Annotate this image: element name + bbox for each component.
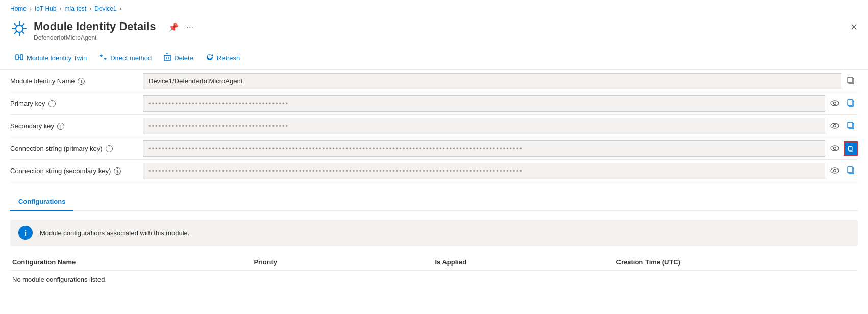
module-identity-name-input[interactable]: [143, 73, 841, 89]
config-tabs: Configurations: [10, 192, 858, 211]
config-table-header: Configuration Name Priority Is Applied C…: [10, 254, 858, 271]
configurations-tab[interactable]: Configurations: [10, 192, 73, 211]
copy-connection-string-secondary-button[interactable]: [844, 164, 858, 178]
copy-connection-string-primary-button[interactable]: [844, 141, 858, 156]
header-actions: 📌 ···: [166, 21, 195, 33]
col-priority: Priority: [254, 258, 435, 266]
connection-string-secondary-value: ••••••••••••••••••••••••••••••••••••••••…: [143, 163, 858, 179]
connection-string-primary-masked: ••••••••••••••••••••••••••••••••••••••••…: [143, 140, 825, 157]
show-connection-string-primary-button[interactable]: [827, 142, 842, 155]
show-primary-key-button[interactable]: [827, 97, 842, 110]
module-identity-name-row: Module Identity Name i: [10, 70, 858, 92]
module-identity-twin-label: Module Identity Twin: [27, 54, 87, 62]
secondary-key-actions: [827, 119, 858, 133]
connection-string-primary-row: Connection string (primary key) i ••••••…: [10, 137, 858, 160]
delete-icon: [164, 53, 171, 63]
copy-module-identity-name-button[interactable]: [844, 74, 858, 88]
page-title: Module Identity Details 📌 ···: [34, 19, 858, 33]
svg-point-27: [831, 146, 839, 151]
module-identity-name-info-icon[interactable]: i: [78, 78, 85, 85]
svg-point-31: [831, 168, 839, 173]
connection-string-primary-label: Connection string (primary key) i: [10, 139, 143, 157]
connection-string-secondary-label: Connection string (secondary key) i: [10, 162, 143, 180]
primary-key-masked: ••••••••••••••••••••••••••••••••••••••••…: [143, 95, 825, 112]
svg-rect-22: [848, 100, 853, 105]
connection-string-primary-actions: [827, 141, 858, 156]
config-table: Configuration Name Priority Is Applied C…: [10, 254, 858, 288]
primary-key-row: Primary key i ••••••••••••••••••••••••••…: [10, 92, 858, 115]
svg-point-32: [834, 169, 836, 172]
delete-button[interactable]: Delete: [159, 51, 199, 65]
primary-key-info-icon[interactable]: i: [48, 100, 56, 107]
twin-icon: [15, 54, 23, 62]
secondary-key-masked: ••••••••••••••••••••••••••••••••••••••••…: [143, 118, 825, 134]
svg-rect-12: [164, 55, 170, 61]
module-identity-name-label: Module Identity Name i: [10, 72, 143, 90]
header-text: Module Identity Details 📌 ··· DefenderIo…: [34, 19, 858, 41]
col-applied: Is Applied: [435, 258, 616, 266]
svg-point-28: [834, 147, 836, 149]
secondary-key-info-icon[interactable]: i: [57, 123, 64, 130]
svg-point-23: [831, 123, 839, 128]
refresh-label: Refresh: [217, 54, 240, 62]
primary-key-label: Primary key i: [10, 94, 143, 112]
svg-rect-9: [16, 55, 18, 60]
show-secondary-key-button[interactable]: [827, 119, 842, 133]
module-identity-name-value: [143, 73, 858, 89]
info-circle-icon: i: [18, 226, 33, 240]
svg-rect-26: [848, 122, 853, 128]
copy-primary-key-button[interactable]: [844, 96, 858, 111]
refresh-button[interactable]: Refresh: [201, 51, 245, 65]
delete-label: Delete: [174, 54, 193, 62]
pin-button[interactable]: 📌: [166, 21, 181, 33]
secondary-key-row: Secondary key i ••••••••••••••••••••••••…: [10, 115, 858, 137]
primary-key-actions: [827, 96, 858, 111]
svg-rect-30: [849, 146, 853, 150]
more-options-button[interactable]: ···: [185, 22, 195, 33]
direct-method-label: Direct method: [110, 54, 152, 62]
svg-rect-34: [848, 167, 853, 173]
svg-point-24: [834, 124, 836, 127]
copy-secondary-key-button[interactable]: [844, 119, 858, 133]
module-identity-name-actions: [844, 74, 858, 88]
info-banner-text: Module configurations associated with th…: [40, 229, 189, 237]
breadcrumb: Home › IoT Hub › mia-test › Device1 ›: [0, 0, 868, 15]
page: Home › IoT Hub › mia-test › Device1 ›: [0, 0, 868, 314]
refresh-icon: [206, 53, 214, 63]
info-banner: i Module configurations associated with …: [10, 220, 858, 246]
svg-point-20: [834, 102, 836, 104]
breadcrumb-miatest[interactable]: mia-test: [64, 5, 86, 12]
connection-string-secondary-masked: ••••••••••••••••••••••••••••••••••••••••…: [143, 163, 825, 179]
page-header: Module Identity Details 📌 ··· DefenderIo…: [0, 15, 868, 46]
connection-string-secondary-actions: [827, 164, 858, 178]
module-identity-twin-button[interactable]: Module Identity Twin: [10, 51, 92, 65]
breadcrumb-device1[interactable]: Device1: [94, 5, 116, 12]
connection-string-primary-info-icon[interactable]: i: [106, 145, 113, 152]
svg-line-7: [22, 23, 24, 26]
direct-method-icon: [99, 54, 107, 62]
secondary-key-value: ••••••••••••••••••••••••••••••••••••••••…: [143, 118, 858, 134]
svg-point-0: [16, 25, 23, 32]
breadcrumb-iothub[interactable]: IoT Hub: [35, 5, 56, 12]
header-subtitle: DefenderIotMicroAgent: [34, 34, 858, 41]
svg-point-19: [831, 101, 839, 106]
connection-string-secondary-info-icon[interactable]: i: [114, 167, 121, 175]
svg-rect-18: [848, 77, 853, 83]
direct-method-button[interactable]: Direct method: [94, 51, 157, 65]
module-identity-icon: [10, 19, 29, 38]
toolbar: Module Identity Twin Direct method: [0, 46, 868, 70]
form-section: Module Identity Name i Primary key: [0, 70, 868, 182]
col-config-name: Configuration Name: [10, 258, 254, 266]
breadcrumb-home[interactable]: Home: [10, 5, 27, 12]
svg-line-8: [14, 31, 17, 34]
configurations-section: Configurations i Module configurations a…: [0, 182, 868, 288]
svg-line-5: [14, 23, 17, 26]
svg-rect-10: [20, 55, 23, 60]
connection-string-secondary-row: Connection string (secondary key) i ••••…: [10, 160, 858, 182]
svg-line-6: [22, 31, 24, 34]
primary-key-value: ••••••••••••••••••••••••••••••••••••••••…: [143, 95, 858, 112]
close-button[interactable]: ✕: [850, 21, 858, 33]
show-connection-string-secondary-button[interactable]: [827, 164, 842, 178]
config-table-empty-message: No module configurations listed.: [10, 271, 858, 288]
connection-string-primary-value: ••••••••••••••••••••••••••••••••••••••••…: [143, 140, 858, 157]
